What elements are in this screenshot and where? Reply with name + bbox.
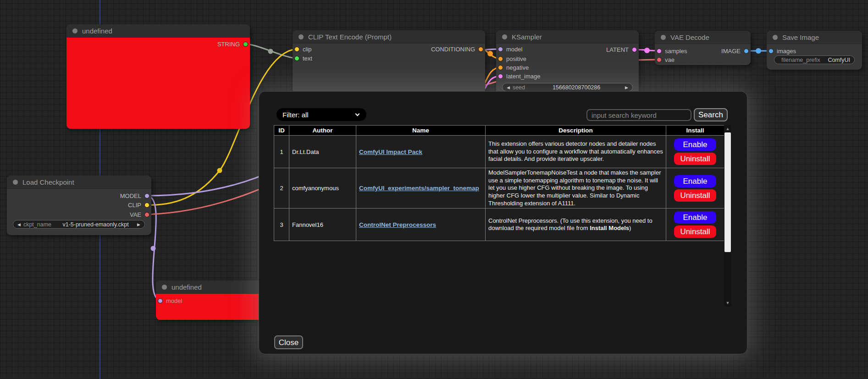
- extension-table-container: ID Author Name Description Install 1 Dr.…: [274, 125, 731, 307]
- ext-description: This extension offers various detector n…: [486, 136, 666, 168]
- output-conditioning[interactable]: CONDITIONING: [431, 46, 483, 52]
- output-string[interactable]: STRING: [217, 41, 248, 47]
- node-title-bar[interactable]: KSampler: [496, 30, 639, 44]
- table-scrollbar[interactable]: ▲ ▼: [724, 125, 731, 307]
- ext-name-link[interactable]: ControlNet Preprocessors: [359, 221, 436, 228]
- uninstall-button[interactable]: Uninstall: [674, 189, 716, 202]
- ext-description: ControlNet Preprocessors. (To use this e…: [486, 209, 666, 241]
- model-port-icon[interactable]: [144, 193, 149, 198]
- clip-port-icon[interactable]: [144, 203, 149, 208]
- scrollbar-thumb[interactable]: [724, 132, 731, 252]
- table-row: 2 comfyanonymous ComfyUI_experiments/sam…: [274, 168, 724, 209]
- input-clip[interactable]: clip: [294, 46, 312, 52]
- uninstall-button[interactable]: Uninstall: [674, 225, 716, 238]
- install-models-emphasis: Install Models: [590, 225, 629, 231]
- node-save-image[interactable]: Save Image images filename_prefix ComfyU…: [767, 31, 862, 70]
- node-title-dot-icon: [162, 285, 167, 290]
- ext-id: 2: [274, 168, 289, 209]
- conditioning-port-icon[interactable]: [478, 47, 483, 52]
- clip-port-icon[interactable]: [294, 47, 299, 52]
- node-vae-decode[interactable]: VAE Decode samples vae IMAGE: [655, 31, 751, 65]
- node-title-dot-icon: [299, 34, 304, 39]
- ext-name-link[interactable]: ComfyUI Impact Pack: [359, 148, 422, 155]
- ext-author: Dr.Lt.Data: [289, 136, 356, 168]
- filename-prefix-widget[interactable]: filename_prefix ComfyUI: [774, 55, 855, 64]
- node-load-checkpoint[interactable]: Load Checkpoint MODEL CLIP VAE ◀ ckpt_na…: [7, 176, 151, 235]
- ckpt-name-widget[interactable]: ◀ ckpt_name v1-5-pruned-emaonly.ckpt ▶: [13, 220, 145, 229]
- col-header-install: Install: [666, 126, 724, 136]
- node-error-body: [66, 38, 250, 129]
- increment-icon[interactable]: ▶: [625, 85, 628, 90]
- input-negative[interactable]: negative: [498, 64, 529, 71]
- node-clip-text-encode[interactable]: CLIP Text Encode (Prompt) clip text COND…: [293, 30, 485, 96]
- decrement-icon[interactable]: ◀: [507, 85, 510, 90]
- node-title-bar[interactable]: Load Checkpoint: [7, 176, 151, 189]
- output-vae[interactable]: VAE: [130, 211, 149, 218]
- text-port-icon[interactable]: [294, 56, 299, 61]
- port-label: STRING: [217, 41, 240, 48]
- search-input[interactable]: [586, 109, 691, 121]
- next-icon[interactable]: ▶: [137, 222, 140, 227]
- vae-port-icon[interactable]: [144, 212, 149, 217]
- input-images[interactable]: images: [768, 48, 796, 54]
- input-text[interactable]: text: [294, 55, 312, 61]
- ext-name-link[interactable]: ComfyUI_experiments/sampler_tonemap: [359, 185, 479, 192]
- ext-id: 3: [274, 209, 289, 241]
- input-model[interactable]: model: [498, 46, 522, 52]
- scroll-down-icon[interactable]: ▼: [724, 299, 731, 307]
- enable-button[interactable]: Enable: [674, 211, 716, 224]
- ext-author: comfyanonymous: [289, 168, 356, 209]
- node-title-bar[interactable]: undefined: [156, 280, 266, 294]
- node-title-dot-icon: [13, 180, 18, 185]
- output-image[interactable]: IMAGE: [721, 48, 749, 54]
- node-undefined-bottom[interactable]: undefined model: [156, 280, 266, 320]
- widget-value[interactable]: v1-5-pruned-emaonly.ckpt: [54, 221, 137, 228]
- vae-port-icon[interactable]: [657, 57, 662, 62]
- conditioning-port-icon[interactable]: [498, 56, 503, 61]
- input-latent-image[interactable]: latent_image: [498, 73, 540, 79]
- input-model[interactable]: model: [158, 297, 182, 304]
- model-port-icon[interactable]: [158, 298, 163, 303]
- filter-dropdown-label: Filter: all: [282, 111, 309, 119]
- node-ksampler[interactable]: KSampler model positive negative latent_…: [496, 30, 639, 95]
- node-title-dot-icon: [773, 35, 778, 40]
- table-row: 3 Fannovel16 ControlNet Preprocessors Co…: [274, 209, 724, 241]
- port-label: text: [303, 55, 312, 62]
- extension-manager-dialog: Filter: all Search ID Author Name Descri…: [259, 91, 747, 354]
- output-model[interactable]: MODEL: [120, 192, 149, 199]
- output-clip[interactable]: CLIP: [128, 202, 149, 208]
- table-header-row: ID Author Name Description Install: [274, 126, 724, 136]
- node-title-bar[interactable]: Save Image: [767, 31, 862, 44]
- port-label: CONDITIONING: [431, 46, 475, 53]
- latent-port-icon[interactable]: [657, 49, 662, 54]
- scroll-up-icon[interactable]: ▲: [724, 125, 731, 132]
- node-title-bar[interactable]: undefined: [66, 24, 250, 38]
- search-button[interactable]: Search: [694, 108, 728, 121]
- string-port-icon[interactable]: [243, 42, 248, 47]
- node-title-bar[interactable]: VAE Decode: [655, 31, 751, 44]
- widget-value[interactable]: ComfyUI: [823, 57, 850, 63]
- enable-button[interactable]: Enable: [674, 175, 716, 187]
- latent-port-icon[interactable]: [632, 47, 637, 52]
- output-latent[interactable]: LATENT: [606, 46, 637, 53]
- image-port-icon[interactable]: [768, 49, 774, 54]
- image-port-icon[interactable]: [744, 49, 749, 54]
- filter-dropdown[interactable]: Filter: all: [276, 108, 366, 121]
- input-positive[interactable]: positive: [498, 55, 526, 62]
- conditioning-port-icon[interactable]: [498, 65, 503, 70]
- enable-button[interactable]: Enable: [674, 138, 716, 151]
- input-vae[interactable]: vae: [657, 56, 674, 63]
- seed-widget[interactable]: ◀ seed 156680208700286 ▶: [502, 83, 633, 92]
- close-button[interactable]: Close: [274, 335, 303, 349]
- model-port-icon[interactable]: [498, 47, 503, 52]
- node-title-dot-icon: [661, 35, 666, 40]
- node-title-bar[interactable]: CLIP Text Encode (Prompt): [293, 30, 485, 44]
- input-samples[interactable]: samples: [657, 48, 687, 54]
- uninstall-button[interactable]: Uninstall: [674, 153, 716, 165]
- previous-icon[interactable]: ◀: [17, 222, 21, 227]
- node-undefined-top[interactable]: undefined STRING: [66, 24, 250, 129]
- port-label: MODEL: [120, 192, 141, 199]
- widget-value[interactable]: 156680208700286: [528, 84, 625, 91]
- latent-port-icon[interactable]: [498, 74, 503, 79]
- comfyui-canvas[interactable]: undefined STRING CLIP Text Encode (Promp…: [0, 0, 868, 379]
